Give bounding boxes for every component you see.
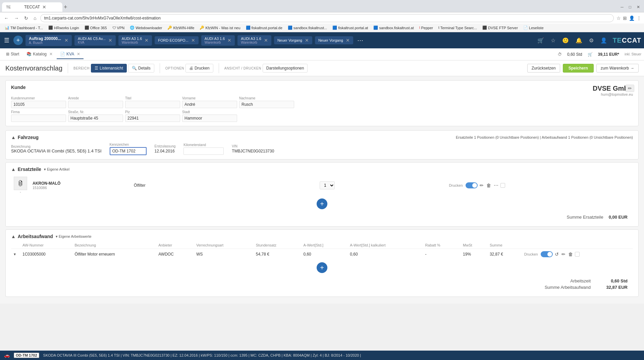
- bookmark-sandbox-at[interactable]: 🟦 sandbox.fiskaltrust.at: [371, 25, 416, 31]
- work-print-toggle[interactable]: [541, 251, 553, 257]
- restore-btn[interactable]: □: [627, 4, 633, 10]
- parts-collapse-icon[interactable]: ▲: [11, 167, 16, 172]
- vehicle-tab-close-2[interactable]: ✕: [191, 38, 195, 43]
- work-checkbox[interactable]: [575, 252, 580, 257]
- bookmark-kfzwin-hilfe[interactable]: 🔑 KfzWIN-Hilfe: [165, 25, 196, 31]
- bookmark-dashboard[interactable]: 📊 TM Dashboard - T...: [3, 25, 45, 31]
- firma-input[interactable]: [11, 115, 66, 122]
- edit-customer-btn[interactable]: ✏: [626, 85, 634, 92]
- print-toggle[interactable]: [466, 182, 478, 188]
- vehicle-tab-close-0[interactable]: ✕: [108, 38, 112, 43]
- vehicle-tab-close-4[interactable]: ✕: [264, 38, 268, 43]
- hamburger-button[interactable]: ☰: [3, 35, 11, 45]
- edit-part-btn[interactable]: ✏: [479, 182, 484, 189]
- bookmark-fiskaltrust-de[interactable]: 🟦 fiskaltrust.portal.de: [244, 25, 284, 31]
- strasse-input[interactable]: [68, 115, 123, 122]
- darstellungsoptionen-btn[interactable]: Darstellungsoptionen: [263, 64, 308, 73]
- bookmark-terminal[interactable]: t Terminal Type Searc...: [436, 25, 479, 31]
- extensions-icon[interactable]: ⊞: [623, 15, 627, 21]
- bookmark-dvse-ftp[interactable]: ⬛ DVSE FTP Server: [480, 25, 520, 31]
- order-tab[interactable]: Auftrag 200000... A. Rusch ✕: [25, 35, 72, 46]
- kundennummer-input[interactable]: [11, 101, 66, 108]
- stadt-input[interactable]: [182, 115, 237, 122]
- part-checkbox[interactable]: [500, 183, 505, 188]
- home-btn[interactable]: ⌂: [32, 15, 38, 21]
- tab-start[interactable]: ⊞ Start: [3, 50, 22, 59]
- tab-close-btn[interactable]: ✕: [42, 4, 58, 10]
- bookmark-kfzwin-neu[interactable]: 🔑 KfzWIN - Was ist neu: [198, 25, 242, 31]
- more-part-btn[interactable]: ⋯: [493, 182, 499, 189]
- vehicle-tab-close-6[interactable]: ✕: [346, 38, 350, 43]
- vehicle-tab-close-5[interactable]: ✕: [305, 38, 309, 43]
- work-reset-btn[interactable]: ↺: [554, 251, 559, 258]
- vehicle-tab-6[interactable]: Neuer Vorgang ✕: [315, 36, 353, 44]
- work-delete-btn[interactable]: 🗑: [568, 251, 574, 258]
- reload-btn[interactable]: ↻: [23, 15, 30, 21]
- titel-input[interactable]: [125, 101, 180, 108]
- vorname-input[interactable]: [182, 101, 237, 108]
- new-tab-button[interactable]: +: [64, 4, 67, 11]
- forward-btn[interactable]: →: [13, 15, 20, 21]
- vehicle-tab-2[interactable]: FORD ECOSPO... ✕: [155, 36, 198, 44]
- more-tabs-button[interactable]: ⋯: [356, 35, 365, 45]
- tab-katalog[interactable]: 📚 Katalog ✕: [23, 50, 56, 59]
- zuruecksetzen-btn[interactable]: Zurücksetzen: [527, 64, 560, 73]
- vehicle-tab-close-1[interactable]: ✕: [145, 38, 149, 43]
- minimize-btn[interactable]: ─: [619, 4, 626, 10]
- anrede-label: Anrede: [68, 96, 123, 100]
- plz-input[interactable]: [125, 115, 180, 122]
- add-part-button[interactable]: +: [317, 198, 327, 209]
- cart-icon-btn[interactable]: 🛒: [536, 36, 545, 45]
- drucken-btn[interactable]: 🖨 Drucken: [185, 64, 213, 73]
- bookmark-vpn[interactable]: 🛡 VPN: [110, 25, 127, 31]
- listenansicht-btn[interactable]: ☰ Listenansicht: [91, 64, 127, 73]
- bell-icon-btn[interactable]: 🔔: [574, 36, 584, 45]
- warenkorb-btn[interactable]: zum Warenkorb →: [596, 64, 639, 73]
- tab-katalog-close[interactable]: ✕: [49, 52, 53, 56]
- tab-kva-close[interactable]: ✕: [77, 52, 80, 56]
- speichern-btn[interactable]: Speichern: [563, 64, 594, 73]
- close-btn[interactable]: ✕: [635, 4, 642, 10]
- work-edit-btn[interactable]: ✏: [561, 251, 566, 258]
- vehicle-tab-0[interactable]: AUDI A6 C5 Av... KVA ✕: [74, 35, 116, 46]
- delete-part-btn[interactable]: 🗑: [486, 182, 492, 189]
- kilometerstand-input[interactable]: [183, 147, 224, 155]
- work-collapse-icon[interactable]: ▲: [11, 234, 16, 239]
- anrede-input[interactable]: [68, 101, 123, 108]
- bookmark-fiskaltrust-at[interactable]: 🟦 fiskaltrust.portal.at: [330, 25, 370, 31]
- star-icon-btn[interactable]: ☆: [549, 36, 557, 45]
- quantity-select[interactable]: 1 2 3: [320, 181, 335, 189]
- bookmark-icon[interactable]: ☆: [616, 15, 621, 21]
- tab-kva[interactable]: 📄 KVA ✕: [57, 50, 84, 59]
- settings-icon-btn[interactable]: ⚙: [588, 36, 595, 45]
- profile-icon[interactable]: 👤: [629, 15, 635, 21]
- bookmark-webdownloader[interactable]: 🌐 Webdownloader: [128, 25, 164, 31]
- vehicle-tab-1[interactable]: AUDI A3 1.6 Warenkorb ✕: [118, 35, 152, 46]
- content-area: Kunde DVSE GmbH hum@topmotive.eu ✏ Kunde…: [0, 76, 644, 304]
- bookmark-pepper[interactable]: t Pepper: [417, 25, 435, 31]
- bookmark-hrworks[interactable]: ⬛ HRworks Login: [46, 25, 81, 31]
- vehicle-tab-close-3[interactable]: ✕: [227, 38, 231, 43]
- nachname-input[interactable]: [239, 101, 294, 108]
- own-values-tag[interactable]: ▾ Eigene Arbeitswerte: [56, 234, 92, 239]
- vehicle-tab-3[interactable]: AUDI A3 1.6 Warenkorb ✕: [201, 35, 235, 46]
- kennzeichen-input[interactable]: [110, 147, 147, 155]
- browser-tab[interactable]: TE TECCAT ✕: [2, 2, 62, 12]
- vehicle-tab-5[interactable]: Neuer Vorgang ✕: [274, 36, 312, 44]
- back-btn[interactable]: ←: [3, 15, 10, 21]
- address-input[interactable]: [40, 14, 614, 22]
- vehicle-collapse-icon[interactable]: ▲: [11, 135, 16, 140]
- smiley-icon-btn[interactable]: 🙂: [561, 36, 570, 45]
- user-icon-btn[interactable]: 👤: [599, 36, 608, 45]
- add-work-button[interactable]: +: [317, 262, 327, 273]
- bookmark-office365[interactable]: ⬛ Office 365: [83, 25, 109, 31]
- details-btn[interactable]: 🔍 Details: [128, 64, 154, 73]
- order-tab-close[interactable]: ✕: [64, 38, 68, 43]
- new-item-button[interactable]: +: [13, 36, 23, 45]
- vehicle-tab-4[interactable]: AUDI A3 1.6 Warenkorb ✕: [237, 35, 271, 46]
- expand-icon[interactable]: ▾: [14, 252, 16, 257]
- bookmark-leseliste[interactable]: 📄 Leseliste: [521, 25, 545, 31]
- own-articles-tag[interactable]: ▾ Eigene Artikel: [44, 167, 69, 172]
- bookmark-sandbox-ft1[interactable]: 🟦 sandbox.fiskaltrust...: [286, 25, 329, 31]
- menu-icon[interactable]: ⋮: [637, 15, 641, 21]
